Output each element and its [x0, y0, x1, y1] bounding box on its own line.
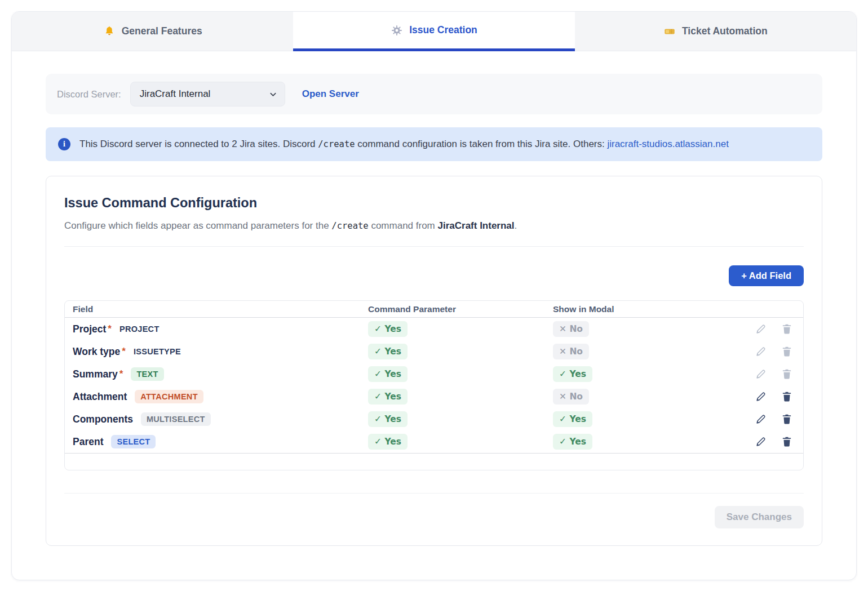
delete-button[interactable] [781, 345, 793, 358]
required-asterisk: * [108, 323, 112, 335]
command-parameter-badge[interactable]: ✓ Yes [368, 389, 408, 405]
delete-button[interactable] [781, 413, 793, 425]
table-row: Attachment ATTACHMENT ✓ Yes ✕ No [65, 385, 803, 408]
divider [64, 493, 804, 494]
column-header-show-in-modal: Show in Modal [553, 304, 739, 314]
trash-icon [781, 413, 793, 425]
trash-icon [781, 368, 793, 380]
tab-label: Issue Creation [409, 24, 477, 36]
command-parameter-cell: ✓ Yes [368, 366, 553, 382]
field-type-badge: ISSUETYPE [134, 347, 181, 356]
server-select[interactable]: JiraCraft Internal [130, 82, 285, 106]
command-parameter-badge[interactable]: ✓ Yes [368, 434, 408, 450]
command-parameter-badge[interactable]: ✓ Yes [368, 321, 408, 337]
ticket-icon [663, 25, 676, 38]
field-cell: Parent SELECT [73, 435, 368, 448]
field-type-badge: TEXT [131, 367, 163, 381]
show-in-modal-badge[interactable]: ✕ No [553, 321, 589, 337]
row-actions [739, 345, 795, 358]
show-in-modal-badge[interactable]: ✓ Yes [553, 434, 592, 450]
banner-text-before: This Discord server is connected to 2 Ji… [79, 139, 318, 149]
show-in-modal-cell: ✕ No [553, 344, 739, 359]
desc-command: /create [331, 221, 368, 231]
show-in-modal-badge[interactable]: ✕ No [553, 389, 589, 405]
table-row: Components MULTISELECT ✓ Yes ✓ Yes [65, 408, 803, 430]
info-banner-text: This Discord server is connected to 2 Ji… [79, 139, 729, 150]
pencil-icon [755, 436, 767, 448]
row-actions [739, 436, 795, 448]
delete-button[interactable] [781, 323, 793, 335]
open-server-link[interactable]: Open Server [302, 88, 359, 100]
edit-button[interactable] [755, 345, 767, 358]
trash-icon [781, 436, 793, 448]
fields-table: Field Command Parameter Show in Modal Pr… [64, 300, 804, 470]
desc-middle: command from [369, 220, 438, 231]
edit-button[interactable] [755, 368, 767, 380]
trash-icon [781, 390, 793, 403]
panel-description: Configure which fields appear as command… [64, 220, 804, 232]
add-field-button[interactable]: + Add Field [729, 265, 804, 286]
delete-button[interactable] [781, 368, 793, 380]
server-select-label: Discord Server: [57, 89, 121, 100]
field-name: Attachment [73, 391, 127, 403]
show-in-modal-cell: ✓ Yes [553, 434, 739, 450]
command-parameter-badge[interactable]: ✓ Yes [368, 411, 408, 427]
tab-label: General Features [122, 25, 202, 37]
command-parameter-cell: ✓ Yes [368, 344, 553, 359]
show-in-modal-badge[interactable]: ✕ No [553, 344, 589, 359]
gear-icon [391, 24, 403, 37]
row-actions [739, 323, 795, 335]
show-in-modal-cell: ✕ No [553, 321, 739, 337]
edit-button[interactable] [755, 413, 767, 425]
tab-label: Ticket Automation [682, 25, 768, 37]
field-cell: Summary * TEXT [73, 367, 368, 381]
field-cell: Components MULTISELECT [73, 412, 368, 426]
save-changes-button[interactable]: Save Changes [715, 506, 804, 528]
trash-icon [781, 323, 793, 335]
info-banner: i This Discord server is connected to 2 … [46, 127, 822, 161]
other-site-link[interactable]: jiracraft-studios.atlassian.net [607, 139, 728, 149]
show-in-modal-badge[interactable]: ✓ Yes [553, 411, 592, 427]
bell-icon [103, 25, 116, 38]
required-asterisk: * [122, 346, 126, 357]
row-actions [739, 413, 795, 425]
command-parameter-cell: ✓ Yes [368, 434, 553, 450]
table-footer [65, 453, 803, 470]
field-name: Summary [73, 368, 118, 380]
field-cell: Work type * ISSUETYPE [73, 346, 368, 358]
table-row: Project * PROJECT ✓ Yes ✕ No [65, 318, 803, 340]
info-icon: i [58, 138, 70, 150]
delete-button[interactable] [781, 390, 793, 403]
field-name: Project [73, 323, 106, 335]
field-name: Work type [73, 346, 120, 358]
banner-command: /create [318, 139, 355, 149]
field-type-badge: MULTISELECT [141, 412, 211, 426]
field-name: Parent [73, 436, 103, 448]
table-row: Summary * TEXT ✓ Yes ✓ Yes [65, 363, 803, 385]
field-type-badge: SELECT [111, 435, 156, 448]
field-cell: Project * PROJECT [73, 323, 368, 335]
edit-button[interactable] [755, 436, 767, 448]
trash-icon [781, 345, 793, 358]
delete-button[interactable] [781, 436, 793, 448]
pencil-icon [755, 323, 767, 335]
tab-content: Discord Server: JiraCraft Internal Open … [12, 51, 856, 580]
show-in-modal-badge[interactable]: ✓ Yes [553, 366, 592, 382]
row-actions [739, 390, 795, 403]
command-parameter-badge[interactable]: ✓ Yes [368, 344, 408, 359]
settings-card: General Features Issue Creation Ticket A… [11, 11, 857, 580]
row-actions [739, 368, 795, 380]
command-parameter-badge[interactable]: ✓ Yes [368, 366, 408, 382]
tab-general-features[interactable]: General Features [12, 12, 293, 51]
edit-button[interactable] [755, 323, 767, 335]
tab-issue-creation[interactable]: Issue Creation [293, 12, 574, 51]
table-row: Parent SELECT ✓ Yes ✓ Yes [65, 430, 803, 453]
tab-ticket-automation[interactable]: Ticket Automation [575, 12, 856, 51]
pencil-icon [755, 413, 767, 425]
pencil-icon [755, 345, 767, 358]
tab-bar: General Features Issue Creation Ticket A… [12, 12, 856, 51]
edit-button[interactable] [755, 390, 767, 403]
table-header: Field Command Parameter Show in Modal [65, 301, 803, 318]
desc-before: Configure which fields appear as command… [64, 220, 331, 231]
server-bar: Discord Server: JiraCraft Internal Open … [46, 74, 822, 114]
